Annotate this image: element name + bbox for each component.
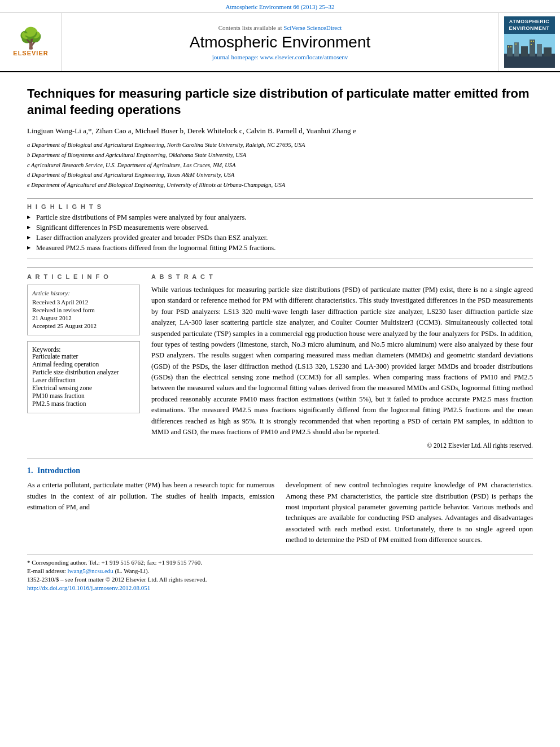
received-date: Received 3 April 2012 — [32, 299, 135, 305]
intro-section-num: 1. — [27, 466, 33, 475]
footer-notes: * Corresponding author. Tel.: +1 919 515… — [27, 554, 533, 591]
article-history-box: Article history: Received 3 April 2012 R… — [27, 285, 140, 335]
svg-rect-10 — [515, 43, 517, 45]
affiliation-d: d Department of Biological and Agricultu… — [27, 171, 533, 180]
intro-left-para: As a criteria pollutant, particulate mat… — [27, 480, 274, 513]
intro-text-columns: As a criteria pollutant, particulate mat… — [27, 480, 533, 545]
journal-main-title: Atmospheric Environment — [190, 33, 371, 51]
badge-line2: ENVIRONMENT — [509, 25, 549, 31]
email-label: E-mail address: — [27, 567, 67, 574]
authors-text: Lingjuan Wang-Li a,*, Zihan Cao a, Micha… — [27, 126, 356, 135]
journal-homepage: journal homepage: www.elsevier.com/locat… — [212, 54, 348, 60]
svg-rect-2 — [507, 45, 513, 56]
affiliation-c: c Agricultural Research Service, U.S. De… — [27, 161, 533, 171]
affiliations-section: a Department of Biological and Agricultu… — [27, 141, 533, 190]
homepage-label: journal homepage: — [212, 54, 260, 60]
revised-label: Received in revised form — [32, 307, 135, 313]
highlight-item-1: Particle size distributions of PM sample… — [27, 213, 533, 222]
abstract-column: A B S T R A C T While various techniques… — [151, 273, 533, 449]
email-suffix: (L. Wang-Li). — [115, 567, 150, 574]
section-divider — [27, 458, 533, 458]
svg-rect-12 — [533, 41, 534, 42]
keyword-5: Electrical sensing zone — [32, 385, 135, 391]
article-info-column: A R T I C L E I N F O Article history: R… — [27, 273, 140, 449]
highlight-item-4: Measured PM2.5 mass fractions differed f… — [27, 244, 533, 252]
city-skyline-icon — [504, 34, 555, 68]
issn-line: 1352-2310/$ – see front matter © 2012 El… — [27, 576, 533, 583]
sciverse-link[interactable]: SciVerse ScienceDirect — [283, 24, 342, 31]
keyword-2: Animal feeding operation — [32, 361, 135, 368]
article-info-heading: A R T I C L E I N F O — [27, 273, 140, 280]
abstract-text: While various techniques for measuring p… — [151, 285, 533, 438]
email-link[interactable]: lwang5@ncsu.edu — [67, 567, 113, 574]
doi-line[interactable]: http://dx.doi.org/10.1016/j.atmosenv.201… — [27, 584, 533, 591]
email-note: E-mail address: lwang5@ncsu.edu (L. Wang… — [27, 567, 533, 574]
copyright-line: © 2012 Elsevier Ltd. All rights reserved… — [151, 442, 533, 449]
intro-left-col: As a criteria pollutant, particulate mat… — [27, 480, 274, 545]
elsevier-brand-text: ELSEVIER — [13, 50, 48, 56]
revised-date: 21 August 2012 — [32, 314, 135, 321]
affiliation-e: e Department of Agricultural and Biologi… — [27, 181, 533, 190]
article-info-abstract-section: A R T I C L E I N F O Article history: R… — [27, 267, 533, 449]
affiliation-a: a Department of Biological and Agricultu… — [27, 141, 533, 150]
corresponding-author-note: * Corresponding author. Tel.: +1 919 515… — [27, 559, 533, 566]
affiliation-b: b Department of Biosystems and Agricultu… — [27, 151, 533, 160]
badge-line1: ATMOSPHERIC — [509, 19, 549, 24]
highlights-heading: H I G H L I G H T S — [27, 203, 533, 210]
elsevier-tree-icon: 🌳 — [18, 28, 43, 49]
highlight-item-2: Significant differences in PSD measureme… — [27, 224, 533, 232]
homepage-url[interactable]: www.elsevier.com/locate/atmosenv — [260, 54, 348, 60]
abstract-heading: A B S T R A C T — [151, 273, 533, 280]
sciverse-line: Contents lists available at SciVerse Sci… — [218, 24, 342, 31]
svg-rect-6 — [537, 44, 542, 56]
intro-section-title: 1. Introduction — [27, 466, 533, 475]
journal-badge-section: ATMOSPHERIC ENVIRONMENT — [498, 13, 560, 71]
svg-rect-5 — [530, 40, 535, 56]
intro-section-label: Introduction — [37, 466, 80, 475]
keyword-3: Particle size distribution analyzer — [32, 369, 135, 375]
svg-rect-13 — [531, 44, 532, 45]
sciverse-prefix: Contents lists available at — [218, 24, 283, 31]
keyword-4: Laser diffraction — [32, 377, 135, 383]
journal-reference: Atmospheric Environment 66 (2013) 25–32 — [0, 0, 560, 13]
keyword-6: PM10 mass fraction — [32, 392, 135, 399]
svg-rect-4 — [521, 46, 528, 56]
intro-right-para: development of new control technologies … — [286, 480, 533, 545]
accepted-date: Accepted 25 August 2012 — [32, 322, 135, 329]
intro-right-col: development of new control technologies … — [286, 480, 533, 545]
keyword-7: PM2.5 mass fraction — [32, 400, 135, 407]
journal-header: 🌳 ELSEVIER Contents lists available at S… — [0, 13, 560, 72]
svg-rect-11 — [531, 41, 532, 42]
history-subheading: Article history: — [32, 290, 135, 296]
journal-ref-text: Atmospheric Environment 66 (2013) 25–32 — [225, 3, 334, 10]
svg-rect-7 — [544, 47, 552, 56]
authors-line: Lingjuan Wang-Li a,*, Zihan Cao a, Micha… — [27, 125, 533, 137]
keywords-subheading: Keywords: — [32, 346, 135, 353]
elsevier-logo-section: 🌳 ELSEVIER — [0, 13, 62, 71]
article-title: Techniques for measuring particle size d… — [27, 86, 533, 118]
page: Atmospheric Environment 66 (2013) 25–32 … — [0, 0, 560, 747]
svg-rect-8 — [508, 46, 509, 47]
journal-badge: ATMOSPHERIC ENVIRONMENT — [504, 16, 555, 34]
svg-rect-9 — [510, 46, 511, 47]
highlight-item-3: Laser diffraction analyzers provided gre… — [27, 234, 533, 242]
highlights-section: H I G H L I G H T S Particle size distri… — [27, 198, 533, 259]
introduction-section: 1. Introduction As a criteria pollutant,… — [27, 466, 533, 545]
keyword-1: Particulate matter — [32, 353, 135, 360]
journal-title-section: Contents lists available at SciVerse Sci… — [62, 13, 498, 71]
main-content: Techniques for measuring particle size d… — [0, 72, 560, 602]
keywords-box: Keywords: Particulate matter Animal feed… — [27, 341, 140, 413]
